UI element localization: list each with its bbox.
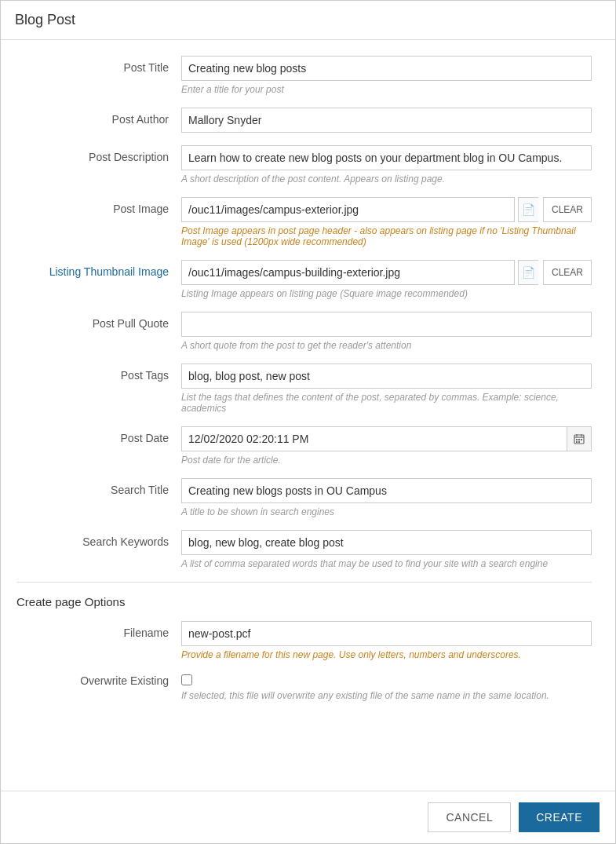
svg-rect-6 [581, 439, 582, 440]
listing-thumbnail-label: Listing Thumbnail Image [16, 260, 181, 278]
post-author-row: Post Author [16, 108, 592, 133]
listing-thumbnail-clear-button[interactable]: CLEAR [543, 260, 592, 285]
post-description-row: Post Description A short description of … [16, 145, 592, 185]
post-author-input[interactable] [181, 108, 592, 133]
post-pull-quote-label: Post Pull Quote [16, 312, 181, 330]
dialog-title: Blog Post [15, 12, 75, 27]
post-title-field: Enter a title for your post [181, 56, 592, 95]
overwrite-checkbox[interactable] [181, 674, 192, 685]
search-title-input[interactable] [181, 478, 592, 503]
overwrite-label: Overwrite Existing [16, 673, 181, 687]
search-keywords-label: Search Keywords [16, 530, 181, 548]
listing-thumbnail-field: 📄 CLEAR Listing Image appears on listing… [181, 260, 592, 299]
listing-thumbnail-row: Listing Thumbnail Image 📄 CLEAR Listing … [16, 260, 592, 299]
listing-thumbnail-input[interactable] [181, 260, 515, 285]
post-date-field: Post date for the article. [181, 426, 592, 466]
filename-field: Provide a filename for this new page. Us… [181, 621, 592, 660]
overwrite-hint: If selected, this file will overwrite an… [181, 690, 592, 701]
overwrite-row: Overwrite Existing If selected, this fil… [16, 673, 592, 701]
listing-thumbnail-hint: Listing Image appears on listing page (S… [181, 288, 592, 299]
dialog-footer: CANCEL CREATE [1, 791, 615, 843]
search-keywords-field: A list of comma separated words that may… [181, 530, 592, 569]
post-author-label: Post Author [16, 108, 181, 126]
post-pull-quote-input[interactable] [181, 312, 592, 337]
post-image-input[interactable] [181, 197, 515, 222]
post-image-label: Post Image [16, 197, 181, 215]
search-keywords-row: Search Keywords A list of comma separate… [16, 530, 592, 569]
post-description-input[interactable] [181, 145, 592, 170]
post-image-field: 📄 CLEAR Post Image appears in post page … [181, 197, 592, 247]
listing-thumbnail-input-group: 📄 CLEAR [181, 260, 592, 285]
search-title-row: Search Title A title to be shown in sear… [16, 478, 592, 517]
post-date-input-group [181, 426, 592, 451]
post-tags-input[interactable] [181, 364, 592, 389]
post-date-row: Post Date [16, 426, 592, 466]
listing-thumbnail-file-icon: 📄 [518, 260, 538, 285]
post-tags-field: List the tags that defines the content o… [181, 364, 592, 414]
search-keywords-hint: A list of comma separated words that may… [181, 558, 592, 569]
overwrite-field: If selected, this file will overwrite an… [181, 673, 592, 701]
post-image-row: Post Image 📄 CLEAR Post Image appears in… [16, 197, 592, 247]
post-date-input[interactable] [181, 426, 567, 451]
blog-post-dialog: Blog Post Post Title Enter a title for y… [0, 0, 616, 844]
post-image-input-group: 📄 CLEAR [181, 197, 592, 222]
search-title-label: Search Title [16, 478, 181, 496]
calendar-button[interactable] [567, 426, 592, 451]
search-title-field: A title to be shown in search engines [181, 478, 592, 517]
post-title-label: Post Title [16, 56, 181, 74]
filename-label: Filename [16, 621, 181, 639]
search-title-hint: A title to be shown in search engines [181, 506, 592, 517]
post-image-clear-button[interactable]: CLEAR [543, 197, 592, 222]
post-pull-quote-hint: A short quote from the post to get the r… [181, 340, 592, 351]
post-tags-row: Post Tags List the tags that defines the… [16, 364, 592, 414]
post-title-input[interactable] [181, 56, 592, 81]
post-description-label: Post Description [16, 145, 181, 163]
dialog-body[interactable]: Post Title Enter a title for your post P… [1, 40, 615, 791]
post-tags-hint: List the tags that defines the content o… [181, 392, 592, 414]
create-button[interactable]: CREATE [519, 802, 600, 832]
filename-input[interactable] [181, 621, 592, 646]
search-keywords-input[interactable] [181, 530, 592, 555]
post-pull-quote-row: Post Pull Quote A short quote from the p… [16, 312, 592, 351]
svg-rect-8 [578, 441, 580, 443]
section-divider [16, 582, 592, 583]
post-description-field: A short description of the post content.… [181, 145, 592, 185]
post-date-hint: Post date for the article. [181, 455, 592, 466]
post-pull-quote-field: A short quote from the post to get the r… [181, 312, 592, 351]
cancel-button[interactable]: CANCEL [428, 802, 511, 832]
post-image-file-icon: 📄 [518, 197, 538, 222]
calendar-icon [574, 433, 585, 444]
post-title-row: Post Title Enter a title for your post [16, 56, 592, 95]
svg-rect-5 [578, 439, 580, 440]
post-author-field [181, 108, 592, 133]
post-date-label: Post Date [16, 426, 181, 444]
svg-rect-4 [576, 439, 578, 440]
post-tags-label: Post Tags [16, 364, 181, 382]
post-image-hint: Post Image appears in post page header -… [181, 225, 592, 247]
post-description-hint: A short description of the post content.… [181, 174, 592, 185]
filename-hint: Provide a filename for this new page. Us… [181, 649, 592, 660]
svg-rect-7 [576, 441, 578, 443]
filename-row: Filename Provide a filename for this new… [16, 621, 592, 660]
post-title-hint: Enter a title for your post [181, 84, 592, 95]
dialog-header: Blog Post [1, 1, 615, 40]
create-page-options-title: Create page Options [16, 595, 592, 608]
